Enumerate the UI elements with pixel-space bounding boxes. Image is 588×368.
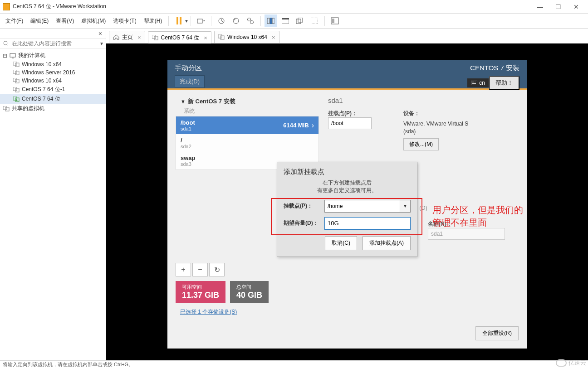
fullscreen-button[interactable] [279,15,292,27]
install-section-title[interactable]: ▼新 CentOS 7 安装 [176,97,319,107]
svg-rect-32 [220,36,224,39]
cloud-icon [556,359,567,367]
svg-rect-20 [15,71,19,75]
add-mount-button[interactable]: 添加挂载点(A) [363,236,411,250]
total-space: 总空间 40 GiB [230,281,269,303]
snapshot-manager-button[interactable] [244,15,257,27]
unity-button[interactable] [294,15,306,27]
send-key-button[interactable] [195,15,207,27]
tree-root-my-computer[interactable]: ⊟ 我的计算机 [0,51,106,60]
svg-point-36 [475,82,475,82]
svg-rect-27 [3,106,7,110]
tree-item-windows10-1[interactable]: Windows 10 x64 [0,60,106,68]
page-title: 手动分区 [175,64,202,73]
help-button[interactable]: 帮助！ [489,76,519,90]
svg-rect-12 [311,18,318,24]
svg-rect-30 [154,36,158,40]
dialog-subtitle: 在下方创建挂载点后有更多自定义选项可用。 [284,179,411,194]
svg-point-35 [474,82,474,82]
svg-rect-29 [152,35,156,39]
svg-rect-9 [282,18,289,19]
menu-vm[interactable]: 虚拟机(M) [78,15,109,27]
keyboard-indicator[interactable]: cn [467,78,489,87]
menu-file[interactable]: 文件(F) [2,15,27,27]
done-button[interactable]: 完成(D) [175,75,205,88]
menu-edit[interactable]: 编辑(E) [27,15,52,27]
chevron-right-icon: › [312,121,314,130]
tab-close-icon[interactable]: × [202,34,207,41]
vm-icon [152,35,158,40]
menu-tabs[interactable]: 选项卡(T) [109,15,140,27]
fit-guest-button[interactable] [265,15,277,27]
dialog-capacity-label: 期望容量(D)： [284,219,318,227]
svg-point-3 [248,18,251,21]
svg-rect-7 [272,18,274,24]
svg-point-15 [4,41,7,45]
vm-display-area[interactable]: 手动分区 完成(D) CENTOS 7 安装 cn 帮助！ [106,44,588,360]
tab-close-icon[interactable]: × [136,34,141,41]
modify-button[interactable]: 修改...(M) [403,138,439,150]
tree-item-winserver2016[interactable]: Windows Server 2016 [0,68,106,77]
svg-rect-18 [15,63,19,67]
menu-view[interactable]: 查看(V) [52,15,78,27]
cancel-button[interactable]: 取消(C) [325,236,357,250]
partition-row-boot[interactable]: /boot sda1 6144 MiB › [176,116,318,134]
dialog-mount-input[interactable] [324,200,400,213]
svg-rect-17 [13,62,17,65]
svg-rect-28 [5,107,9,111]
chevron-down-icon[interactable]: ▼ [400,200,411,213]
device-info: VMware, VMware Virtual S (sda) [403,120,476,136]
pause-button[interactable] [172,15,185,27]
tab-home[interactable]: 主页 × [109,31,145,43]
tree-item-centos7-1[interactable]: CentOS 7 64 位-1 [0,85,106,94]
pause-dropdown[interactable]: ▾ [185,18,188,24]
svg-rect-6 [267,18,270,24]
vm-tree: ⊟ 我的计算机 Windows 10 x64 Windows Server 20… [0,49,106,115]
dialog-title: 添加新挂载点 [284,168,411,176]
search-input[interactable] [12,40,98,47]
dialog-capacity-input[interactable] [324,217,411,230]
tab-centos7[interactable]: CentOS 7 64 位 × [148,31,211,44]
status-text: 将输入定向到该虚拟机，请在虚拟机内部单击或按 Ctrl+G。 [3,361,133,368]
minimize-button[interactable]: — [531,0,549,13]
vm-icon [13,69,20,76]
close-button[interactable]: ✕ [567,0,585,13]
library-button[interactable] [328,15,341,27]
menu-help[interactable]: 帮助(H) [140,15,166,27]
name-input[interactable] [428,228,505,240]
svg-rect-31 [218,34,222,38]
partition-row-root[interactable]: / sda2 [176,134,318,152]
stretch-button[interactable] [308,15,321,27]
svg-rect-21 [13,78,17,82]
svg-rect-37 [472,83,476,84]
tree-shared-vms[interactable]: 共享的虚拟机 [0,104,106,113]
shared-icon [3,106,10,112]
snapshot-revert-button[interactable] [230,15,242,27]
tree-item-centos7-active[interactable]: CentOS 7 64 位 [0,94,106,104]
sidebar-close-button[interactable]: × [97,30,104,37]
vm-running-icon [13,96,20,102]
reload-button[interactable]: ↻ [209,263,225,276]
tab-windows10[interactable]: Windows 10 x64 × [214,31,279,43]
dialog-mount-combo[interactable]: ▼ [324,200,411,213]
tree-item-windows10-2[interactable]: Windows 10 x64 [0,77,106,85]
storage-devices-link[interactable]: 已选择 1 个存储设备(S) [176,308,319,316]
vm-icon [13,77,20,84]
sidebar: × ▾ ⊟ 我的计算机 Windows 10 x64 Windows Serve… [0,29,106,360]
search-dropdown[interactable]: ▾ [100,40,103,47]
titlebar: CentOS 7 64 位 - VMware Workstation — ☐ ✕ [0,0,588,14]
menubar: 文件(F) 编辑(E) 查看(V) 虚拟机(M) 选项卡(T) 帮助(H) ▾ [0,14,588,29]
snapshot-button[interactable] [215,15,228,27]
remove-partition-button[interactable]: − [192,263,208,276]
dialog-mount-label: 挂载点(P)： [284,202,313,210]
tab-close-icon[interactable]: × [270,34,275,41]
maximize-button[interactable]: ☐ [549,0,567,13]
svg-point-2 [233,18,239,24]
partition-header: sda1 [328,97,519,104]
vm-icon [218,34,225,40]
reset-all-button[interactable]: 全部重设(R) [475,326,519,340]
search-box[interactable]: ▾ [0,39,106,49]
mount-input[interactable] [328,117,372,129]
add-partition-button[interactable]: + [176,263,191,276]
watermark: 亿速云 [556,359,586,367]
